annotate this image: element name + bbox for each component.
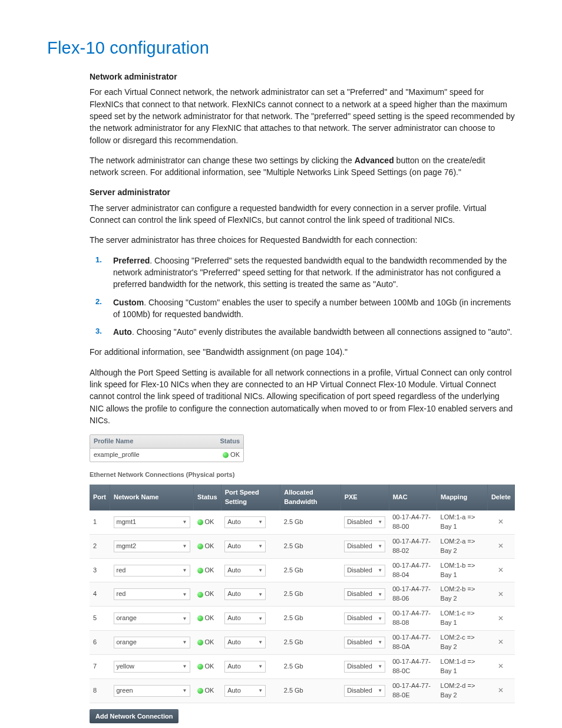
delete-icon[interactable]: ✕ <box>487 510 514 534</box>
cell-status: OK <box>194 510 222 534</box>
network-dropdown[interactable]: green▼ <box>114 685 190 697</box>
chevron-down-icon: ▼ <box>183 591 187 598</box>
cell-port: 6 <box>90 631 110 655</box>
table-row: 6orange▼OKAuto▼2.5 GbDisabled▼00-17-A4-7… <box>90 631 515 655</box>
connections-table: Port Network Name Status Port Speed Sett… <box>90 485 515 703</box>
list-item: Auto. Choosing "Auto" evenly distributes… <box>113 326 515 338</box>
cell-mac: 00-17-A4-77-88-06 <box>389 582 437 607</box>
pxe-dropdown[interactable]: Disabled▼ <box>344 516 385 528</box>
delete-icon[interactable]: ✕ <box>487 631 514 655</box>
text: . Choosing "Custom" enables the user to … <box>113 298 511 319</box>
col-network: Network Name <box>110 485 194 510</box>
chevron-down-icon: ▼ <box>258 519 263 526</box>
col-status: Status <box>220 437 240 446</box>
pxe-dropdown[interactable]: Disabled▼ <box>344 661 385 673</box>
cell-mapping: LOM:2-b => Bay 2 <box>437 582 488 607</box>
text: . Choosing "Auto" evenly distributes the… <box>132 327 513 337</box>
add-network-connection-button[interactable]: Add Network Connection <box>90 709 178 723</box>
chevron-down-icon: ▼ <box>258 639 263 646</box>
port-speed-dropdown[interactable]: Auto▼ <box>224 565 266 577</box>
profile-status-value: OK <box>223 450 240 460</box>
port-speed-dropdown[interactable]: Auto▼ <box>224 637 266 648</box>
port-speed-dropdown[interactable]: Auto▼ <box>224 588 266 600</box>
ok-icon <box>197 640 203 645</box>
ok-icon <box>197 664 203 670</box>
network-dropdown[interactable]: red▼ <box>114 588 190 600</box>
chevron-down-icon: ▼ <box>258 591 263 598</box>
delete-icon[interactable]: ✕ <box>487 534 514 558</box>
delete-icon[interactable]: ✕ <box>487 607 514 631</box>
port-speed-dropdown[interactable]: Auto▼ <box>224 612 266 624</box>
chevron-down-icon: ▼ <box>258 663 263 670</box>
ordered-list: Preferred. Choosing "Preferred" sets the… <box>90 255 515 338</box>
ok-icon <box>197 543 203 549</box>
chevron-down-icon: ▼ <box>378 519 382 526</box>
text: . Choosing "Preferred" sets the requeste… <box>113 256 507 289</box>
cell-status: OK <box>194 582 222 607</box>
cell-status: OK <box>194 655 222 679</box>
ok-icon <box>197 519 203 525</box>
network-dropdown[interactable]: orange▼ <box>114 612 190 624</box>
cell-port: 1 <box>90 510 110 534</box>
cell-port: 5 <box>90 607 110 631</box>
pxe-dropdown[interactable]: Disabled▼ <box>344 612 385 624</box>
chevron-down-icon: ▼ <box>183 543 187 550</box>
network-dropdown[interactable]: yellow▼ <box>114 661 190 673</box>
paragraph: The network administrator can change the… <box>90 154 515 179</box>
cell-status: OK <box>194 631 222 655</box>
chevron-down-icon: ▼ <box>378 567 382 574</box>
ok-icon <box>197 568 203 574</box>
pxe-dropdown[interactable]: Disabled▼ <box>344 685 385 697</box>
cell-bandwidth: 2.5 Gb <box>280 678 340 703</box>
pxe-dropdown[interactable]: Disabled▼ <box>344 588 385 600</box>
cell-mapping: LOM:1-b => Bay 1 <box>437 558 488 582</box>
chevron-down-icon: ▼ <box>378 687 382 694</box>
network-dropdown[interactable]: mgmt1▼ <box>114 516 190 528</box>
chevron-down-icon: ▼ <box>378 663 382 670</box>
connections-heading: Ethernet Network Connections (Physical p… <box>90 470 515 480</box>
pxe-dropdown[interactable]: Disabled▼ <box>344 541 385 552</box>
cell-port: 2 <box>90 534 110 558</box>
delete-icon[interactable]: ✕ <box>487 678 514 703</box>
paragraph: The server administrator has three choic… <box>90 234 515 246</box>
col-delete: Delete <box>487 485 514 510</box>
delete-icon[interactable]: ✕ <box>487 558 514 582</box>
cell-mac: 00-17-A4-77-88-02 <box>389 534 437 558</box>
page-title: Flex-10 configuration <box>47 35 515 60</box>
section-heading-netadmin: Network administrator <box>90 71 515 83</box>
cell-mac: 00-17-A4-77-88-0A <box>389 631 437 655</box>
cell-mac: 00-17-A4-77-88-00 <box>389 510 437 534</box>
paragraph: For each Virtual Connect network, the ne… <box>90 86 515 146</box>
cell-bandwidth: 2.5 Gb <box>280 655 340 679</box>
cell-mapping: LOM:1-d => Bay 1 <box>437 655 488 679</box>
cell-mac: 00-17-A4-77-88-0E <box>389 678 437 703</box>
chevron-down-icon: ▼ <box>258 687 263 694</box>
network-dropdown[interactable]: orange▼ <box>114 637 190 648</box>
port-speed-dropdown[interactable]: Auto▼ <box>224 541 266 552</box>
port-speed-dropdown[interactable]: Auto▼ <box>224 685 266 697</box>
cell-bandwidth: 2.5 Gb <box>280 607 340 631</box>
col-pxe: PXE <box>340 485 389 510</box>
delete-icon[interactable]: ✕ <box>487 582 514 607</box>
cell-port: 3 <box>90 558 110 582</box>
bold-text: Preferred <box>113 256 150 265</box>
delete-icon[interactable]: ✕ <box>487 655 514 679</box>
chevron-down-icon: ▼ <box>378 615 382 622</box>
port-speed-dropdown[interactable]: Auto▼ <box>224 661 266 673</box>
cell-bandwidth: 2.5 Gb <box>280 582 340 607</box>
table-row: 2mgmt2▼OKAuto▼2.5 GbDisabled▼00-17-A4-77… <box>90 534 515 558</box>
pxe-dropdown[interactable]: Disabled▼ <box>344 565 385 577</box>
network-dropdown[interactable]: mgmt2▼ <box>114 541 190 552</box>
network-dropdown[interactable]: red▼ <box>114 565 190 577</box>
cell-mapping: LOM:2-a => Bay 2 <box>437 534 488 558</box>
cell-port: 7 <box>90 655 110 679</box>
ok-icon <box>197 688 203 694</box>
port-speed-dropdown[interactable]: Auto▼ <box>224 516 266 528</box>
pxe-dropdown[interactable]: Disabled▼ <box>344 637 385 648</box>
col-profile-name: Profile Name <box>94 437 220 446</box>
chevron-down-icon: ▼ <box>183 519 187 526</box>
chevron-down-icon: ▼ <box>258 567 263 574</box>
chevron-down-icon: ▼ <box>258 615 263 622</box>
list-item: Preferred. Choosing "Preferred" sets the… <box>113 255 515 291</box>
col-mac: MAC <box>389 485 437 510</box>
